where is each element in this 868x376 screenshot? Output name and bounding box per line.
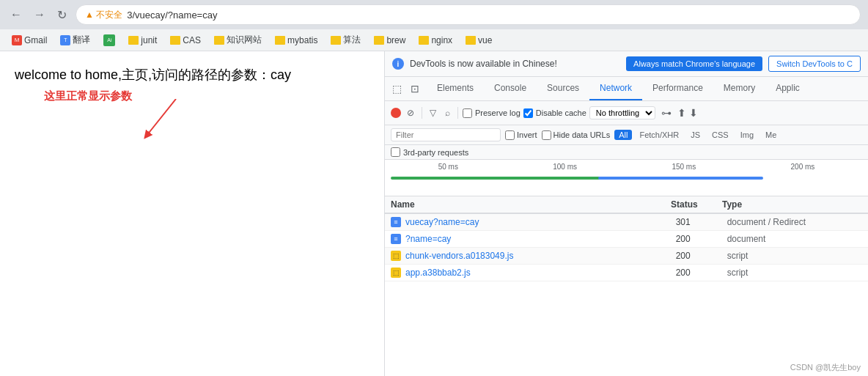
bookmark-knowledge[interactable]: 知识网站 <box>210 32 266 48</box>
divider2 <box>457 107 458 119</box>
switch-devtools-button[interactable]: Switch DevTools to C <box>768 56 861 72</box>
third-party-text: 3rd-party requests <box>403 148 468 157</box>
folder-icon <box>374 36 384 45</box>
invert-checkbox[interactable] <box>505 130 515 140</box>
bookmark-label-mybatis: mybatis <box>287 35 317 45</box>
table-row[interactable]: ≡ vuecay?name=cay 301 document / Redirec… <box>385 214 868 231</box>
clear-button[interactable]: ⊘ <box>404 105 417 121</box>
page-content: welcome to home,主页,访问的路径的参数：cay 这里正常显示参数 <box>0 51 384 376</box>
bookmark-label-junit: junit <box>141 35 157 45</box>
preserve-log-checkbox[interactable] <box>463 108 472 118</box>
filter-input[interactable] <box>391 128 501 141</box>
filter-css[interactable]: CSS <box>707 130 733 140</box>
device-icon[interactable]: ⊡ <box>408 80 422 97</box>
reload-button[interactable]: ↻ <box>54 7 70 23</box>
folder-icon <box>128 36 139 45</box>
back-button[interactable]: ← <box>7 7 25 23</box>
security-warning: ▲ 不安全 <box>85 9 122 21</box>
bookmark-junit[interactable]: junit <box>124 34 161 47</box>
wifi-icon[interactable]: ⊶ <box>658 104 674 122</box>
bookmark-cas[interactable]: CAS <box>166 34 205 47</box>
bookmark-translate[interactable]: T 翻译 <box>56 32 95 48</box>
bookmark-label-brew: brew <box>386 35 405 45</box>
devtools-panel: i DevTools is now available in Chinese! … <box>384 51 868 376</box>
info-icon: i <box>392 58 404 70</box>
tab-elements[interactable]: Elements <box>427 77 484 100</box>
download-button[interactable]: ⬇ <box>689 107 698 119</box>
gmail-icon: M <box>12 35 22 45</box>
network-table: Name Status Type ≡ vuecay?name=cay 301 d… <box>385 196 868 376</box>
ai-site-icon: Ai <box>103 34 115 46</box>
filter-media[interactable]: Me <box>761 130 781 140</box>
address-bar[interactable]: ▲ 不安全 3/vuecay/?name=cay <box>76 4 861 25</box>
folder-icon <box>170 36 180 45</box>
row-status: 200 <box>676 268 727 278</box>
row-status: 200 <box>676 251 727 261</box>
url-text: 3/vuecay/?name=cay <box>127 10 851 21</box>
arrow-svg <box>132 99 191 143</box>
table-row[interactable]: ⬚ app.a38bbab2.js 200 script <box>385 265 868 281</box>
tab-sources[interactable]: Sources <box>537 77 589 100</box>
search-icon[interactable]: ⌕ <box>442 105 453 121</box>
record-button[interactable] <box>391 108 401 118</box>
bookmark-vue[interactable]: vue <box>461 34 496 47</box>
filter-js[interactable]: JS <box>686 130 705 140</box>
hide-data-urls-label[interactable]: Hide data URLs <box>542 130 611 140</box>
invert-label[interactable]: Invert <box>505 130 537 140</box>
row-name: vuecay?name=cay <box>405 217 676 227</box>
col-header-type: Type <box>722 199 862 210</box>
bookmark-algorithm[interactable]: 算法 <box>326 32 365 48</box>
annotation-text: 这里正常显示参数 <box>44 88 132 103</box>
third-party-label[interactable]: 3rd-party requests <box>391 147 468 157</box>
timeline-labels: 50 ms 100 ms 150 ms 200 ms <box>391 163 862 171</box>
bookmark-ai[interactable]: Ai <box>99 33 119 48</box>
cursor-icon[interactable]: ⬚ <box>389 80 405 97</box>
preserve-log-label[interactable]: Preserve log <box>463 108 521 118</box>
tab-memory[interactable]: Memory <box>713 77 765 100</box>
doc-icon: ≡ <box>391 234 401 244</box>
upload-button[interactable]: ⬆ <box>677 107 686 119</box>
row-name: app.a38bbab2.js <box>405 268 676 278</box>
timeline-label-100: 100 ms <box>553 163 577 171</box>
annotation-area: 这里正常显示参数 <box>132 99 191 147</box>
disable-cache-text: Disable cache <box>536 108 586 117</box>
tab-application[interactable]: Applic <box>765 77 810 100</box>
bookmarks-bar: M Gmail T 翻译 Ai junit CAS 知识网站 mybatis <box>0 29 868 51</box>
disable-cache-checkbox[interactable] <box>523 108 533 118</box>
devtools-notification: i DevTools is now available in Chinese! … <box>385 51 868 77</box>
bookmark-gmail[interactable]: M Gmail <box>7 34 51 47</box>
bookmark-label-gmail: Gmail <box>24 35 47 45</box>
forward-button[interactable]: → <box>31 7 48 23</box>
script-icon: ⬚ <box>391 251 401 261</box>
tab-performance[interactable]: Performance <box>642 77 713 100</box>
table-row[interactable]: ⬚ chunk-vendors.a0183049.js 200 script <box>385 248 868 265</box>
filter-icon[interactable]: ▽ <box>427 105 439 121</box>
bookmark-brew[interactable]: brew <box>369 34 410 47</box>
bookmark-mybatis[interactable]: mybatis <box>271 34 322 47</box>
tab-console[interactable]: Console <box>484 77 537 100</box>
filter-all[interactable]: All <box>614 130 632 140</box>
notification-text: DevTools is now available in Chinese! <box>410 59 620 69</box>
throttle-select[interactable]: No throttling <box>589 106 655 119</box>
match-language-button[interactable]: Always match Chrome's language <box>626 56 762 71</box>
bookmark-nginx[interactable]: nginx <box>414 34 457 47</box>
requests-row: 3rd-party requests <box>385 145 868 160</box>
bookmark-label-knowledge: 知识网站 <box>227 34 262 46</box>
timeline-label-200: 200 ms <box>791 163 815 171</box>
tab-network[interactable]: Network <box>589 77 642 100</box>
filter-fetch-xhr[interactable]: Fetch/XHR <box>635 130 683 140</box>
folder-icon <box>466 36 476 45</box>
third-party-checkbox[interactable] <box>391 147 400 157</box>
timeline-bar-2 <box>598 177 763 180</box>
folder-icon <box>419 36 429 45</box>
script-icon: ⬚ <box>391 268 401 278</box>
table-row[interactable]: ≡ ?name=cay 200 document <box>385 231 868 248</box>
disable-cache-label[interactable]: Disable cache <box>523 108 586 118</box>
timeline-bar-1 <box>391 177 603 180</box>
bookmark-label-translate: 翻译 <box>73 34 90 46</box>
filter-img[interactable]: Img <box>736 130 758 140</box>
hide-data-urls-checkbox[interactable] <box>542 130 551 140</box>
page-main-text: welcome to home,主页,访问的路径的参数：cay <box>15 66 369 84</box>
doc-icon: ≡ <box>391 217 401 227</box>
timeline-label-150: 150 ms <box>672 163 696 171</box>
